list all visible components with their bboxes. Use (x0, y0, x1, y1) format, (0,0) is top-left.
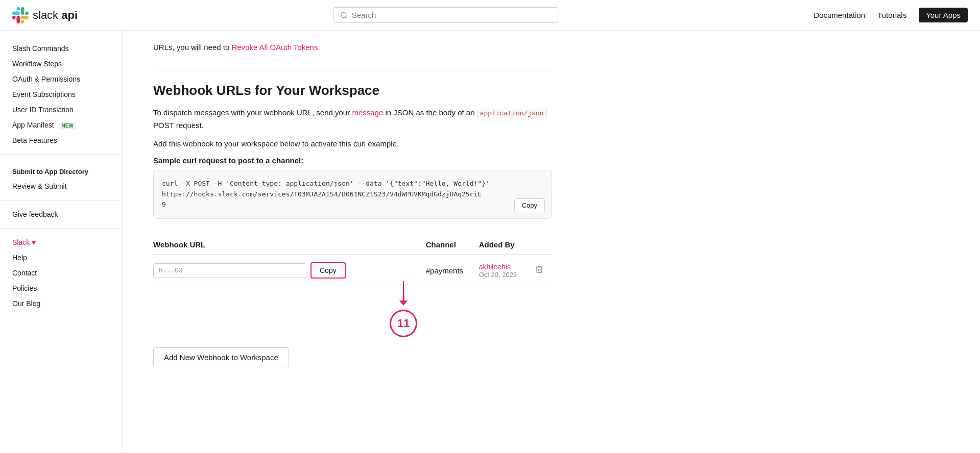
add-webhook-button[interactable]: Add New Webhook to Workspace (153, 347, 289, 367)
sidebar-item-review-submit[interactable]: Review & Submit (0, 179, 122, 194)
annotation-circle-11: 11 (390, 310, 417, 337)
col-actions (533, 235, 552, 255)
sidebar-item-slash-commands[interactable]: Slash Commands (0, 41, 122, 56)
message-link[interactable]: message (352, 108, 383, 117)
main-content: URLs, you will need to Revoke All OAuth … (123, 31, 582, 453)
sidebar-divider-2 (0, 200, 122, 200)
sidebar-item-help[interactable]: Help (0, 250, 122, 265)
nav-your-apps[interactable]: Your Apps (919, 8, 968, 22)
sidebar-section-submit: Submit to App Directory (0, 161, 122, 179)
revoke-tokens-link[interactable]: Revoke All OAuth Tokens. (231, 43, 320, 52)
nav-documentation[interactable]: Documentation (814, 11, 865, 19)
sidebar-item-contact[interactable]: Contact (0, 265, 122, 281)
sidebar-divider-3 (0, 228, 122, 229)
col-added-by: Added By (479, 235, 533, 255)
nav-tutorials[interactable]: Tutorials (877, 11, 906, 19)
added-by-date: Oct 20, 2023 (479, 271, 533, 279)
sidebar-item-oauth-permissions[interactable]: OAuth & Permissions (0, 71, 122, 87)
sidebar-item-give-feedback[interactable]: Give feedback (0, 207, 122, 222)
annotation-arrow (403, 281, 404, 301)
layout: Slash Commands Workflow Steps OAuth & Pe… (0, 31, 980, 453)
annotation-wrapper: 11 (255, 281, 552, 337)
badge-new: NEW (59, 122, 76, 129)
curl-label: Sample curl request to post to a channel… (153, 156, 552, 165)
svg-point-0 (341, 12, 346, 17)
logo-text: slack api (33, 9, 78, 22)
sidebar-divider-1 (0, 154, 122, 155)
col-webhook-url: Webhook URL (153, 235, 426, 255)
sidebar-item-workflow-steps[interactable]: Workflow Steps (0, 56, 122, 71)
logo: slack api (12, 7, 78, 23)
slack-logo-icon (12, 7, 29, 23)
sidebar: Slash Commands Workflow Steps OAuth & Pe… (0, 31, 123, 453)
nav: Documentation Tutorials Your Apps (814, 8, 968, 22)
col-channel: Channel (426, 235, 479, 255)
trash-icon (535, 265, 544, 274)
search-bar[interactable] (333, 7, 558, 23)
search-input[interactable] (352, 11, 552, 19)
sidebar-item-our-blog[interactable]: Our Blog (0, 296, 122, 311)
desc-1: To dispatch messages with your webhook U… (153, 107, 552, 132)
sidebar-item-app-manifest[interactable]: App Manifest NEW (0, 117, 122, 133)
sidebar-item-policies[interactable]: Policies (0, 281, 122, 296)
sidebar-item-user-id-translation[interactable]: User ID Translation (0, 102, 122, 117)
header: slack api Documentation Tutorials Your A… (0, 0, 980, 31)
copy-curl-button[interactable]: Copy (514, 198, 545, 212)
webhook-table: Webhook URL Channel Added By Copy #payme… (153, 235, 552, 286)
added-by-name[interactable]: akhileehis (479, 263, 533, 271)
webhook-url-input[interactable] (153, 263, 306, 278)
intro-text: URLs, you will need to Revoke All OAuth … (153, 31, 552, 58)
section-title: Webhook URLs for Your Workspace (153, 83, 552, 98)
search-icon (340, 11, 348, 19)
code-block: curl -X POST -H 'Content-type: applicati… (153, 170, 552, 219)
svg-line-1 (345, 16, 347, 18)
sidebar-item-beta-features[interactable]: Beta Features (0, 133, 122, 148)
section-divider-top (153, 70, 552, 70)
delete-webhook-button[interactable] (533, 263, 546, 279)
desc-2: Add this webhook to your workspace below… (153, 138, 552, 150)
sidebar-item-event-subscriptions[interactable]: Event Subscriptions (0, 87, 122, 102)
sidebar-item-slack[interactable]: Slack ♥ (0, 235, 122, 250)
inline-code: application/json (477, 109, 547, 118)
copy-webhook-button[interactable]: Copy (310, 262, 346, 279)
curl-code: curl -X POST -H 'Content-type: applicati… (162, 179, 543, 210)
